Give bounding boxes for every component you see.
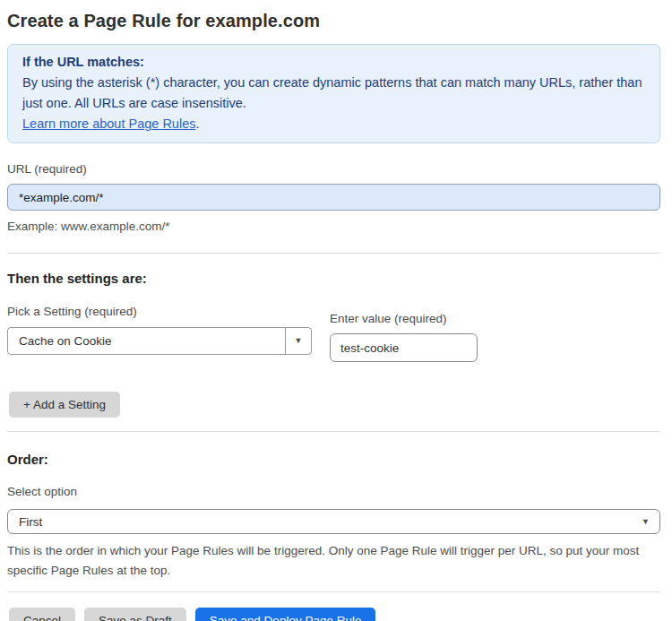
footer-button-row: Cancel Save as Draft Save and Deploy Pag… [9, 608, 660, 621]
info-box-link-line: Learn more about Page Rules. [22, 114, 645, 134]
setting-select[interactable]: Cache on Cookie ▼ [7, 327, 312, 355]
order-select-value: First [8, 515, 642, 529]
setting-value-input[interactable] [330, 333, 478, 362]
setting-picker-label: Pick a Setting (required) [7, 305, 312, 319]
cancel-button[interactable]: Cancel [9, 608, 75, 621]
order-select[interactable]: First ▼ [7, 509, 660, 534]
order-helper-text: This is the order in which your Page Rul… [7, 541, 660, 581]
setting-select-caret-button[interactable]: ▼ [285, 328, 311, 354]
divider [7, 253, 660, 254]
link-suffix: . [195, 116, 199, 131]
add-setting-button[interactable]: + Add a Setting [9, 392, 120, 418]
settings-section-heading: Then the settings are: [7, 271, 660, 286]
url-match-info-box: If the URL matches: By using the asteris… [7, 44, 660, 143]
save-and-deploy-button[interactable]: Save and Deploy Page Rule [195, 608, 376, 621]
page-rule-form: Create a Page Rule for example.com If th… [0, 0, 672, 621]
order-section-heading: Order: [7, 452, 660, 467]
page-title: Create a Page Rule for example.com [7, 0, 660, 31]
divider [7, 431, 660, 432]
url-input[interactable] [7, 184, 660, 211]
caret-down-icon: ▼ [295, 337, 303, 345]
info-box-heading: If the URL matches: [22, 52, 645, 73]
setting-value-label: Enter value (required) [330, 312, 478, 326]
info-box-body: By using the asterisk (*) character, you… [22, 73, 645, 114]
caret-down-icon: ▼ [642, 518, 650, 526]
order-select-label: Select option [7, 485, 660, 499]
save-as-draft-button[interactable]: Save as Draft [84, 608, 186, 621]
settings-row: Pick a Setting (required) Cache on Cooki… [7, 305, 660, 362]
url-example-helper: Example: www.example.com/* [7, 217, 660, 237]
setting-value-column: Enter value (required) [330, 305, 478, 362]
divider [7, 591, 660, 592]
url-field-label: URL (required) [7, 162, 660, 177]
setting-picker-column: Pick a Setting (required) Cache on Cooki… [7, 305, 312, 355]
setting-select-value: Cache on Cookie [8, 334, 285, 348]
learn-more-link[interactable]: Learn more about Page Rules [22, 116, 195, 131]
